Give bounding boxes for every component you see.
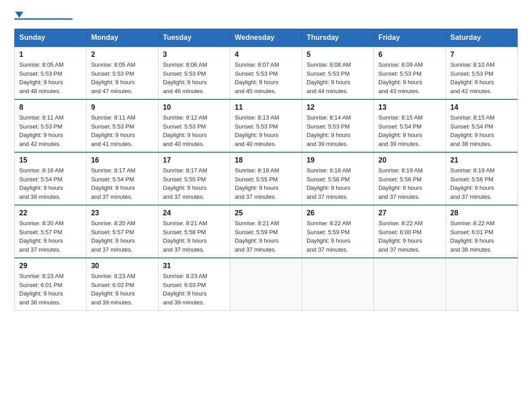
day-info: Sunrise: 8:05 AMSunset: 5:53 PMDaylight:… [91, 60, 153, 95]
day-info: Sunrise: 8:23 AMSunset: 6:02 PMDaylight:… [91, 272, 153, 307]
calendar-day-cell [446, 258, 517, 311]
day-info: Sunrise: 8:10 AMSunset: 5:53 PMDaylight:… [450, 60, 513, 95]
day-info: Sunrise: 8:15 AMSunset: 5:54 PMDaylight:… [450, 113, 513, 148]
day-info: Sunrise: 8:14 AMSunset: 5:53 PMDaylight:… [307, 113, 369, 148]
calendar-header-friday: Friday [374, 29, 446, 47]
calendar-day-cell [230, 258, 302, 311]
day-info: Sunrise: 8:15 AMSunset: 5:54 PMDaylight:… [378, 113, 441, 148]
day-number: 8 [19, 103, 82, 111]
calendar-day-cell: 10Sunrise: 8:12 AMSunset: 5:53 PMDayligh… [158, 99, 230, 152]
calendar-day-cell: 11Sunrise: 8:13 AMSunset: 5:53 PMDayligh… [230, 99, 302, 152]
calendar-week-row: 8Sunrise: 8:11 AMSunset: 5:53 PMDaylight… [15, 99, 518, 152]
day-info: Sunrise: 8:13 AMSunset: 5:53 PMDaylight:… [235, 113, 297, 148]
day-number: 5 [307, 51, 369, 59]
calendar-day-cell: 6Sunrise: 8:09 AMSunset: 5:53 PMDaylight… [374, 47, 446, 99]
day-number: 3 [163, 51, 225, 59]
calendar-day-cell: 14Sunrise: 8:15 AMSunset: 5:54 PMDayligh… [446, 99, 517, 152]
calendar-day-cell: 23Sunrise: 8:20 AMSunset: 5:57 PMDayligh… [86, 205, 158, 258]
day-info: Sunrise: 8:17 AMSunset: 5:55 PMDaylight:… [163, 166, 225, 201]
day-number: 9 [91, 103, 153, 111]
calendar-day-cell: 15Sunrise: 8:16 AMSunset: 5:54 PMDayligh… [15, 152, 86, 205]
day-number: 13 [378, 103, 441, 111]
day-info: Sunrise: 8:06 AMSunset: 5:53 PMDaylight:… [163, 60, 225, 95]
calendar-day-cell: 4Sunrise: 8:07 AMSunset: 5:53 PMDaylight… [230, 47, 302, 99]
day-number: 18 [235, 156, 297, 164]
calendar-day-cell: 22Sunrise: 8:20 AMSunset: 5:57 PMDayligh… [15, 205, 86, 258]
calendar-table: SundayMondayTuesdayWednesdayThursdayFrid… [14, 29, 518, 311]
calendar-header-thursday: Thursday [302, 29, 373, 47]
day-number: 26 [307, 209, 369, 217]
calendar-day-cell: 12Sunrise: 8:14 AMSunset: 5:53 PMDayligh… [302, 99, 373, 152]
day-info: Sunrise: 8:22 AMSunset: 5:59 PMDaylight:… [307, 219, 369, 254]
calendar-week-row: 22Sunrise: 8:20 AMSunset: 5:57 PMDayligh… [15, 205, 518, 258]
logo-triangle-icon [15, 12, 23, 18]
day-number: 2 [91, 51, 153, 59]
day-number: 14 [450, 103, 513, 111]
day-number: 20 [378, 156, 441, 164]
calendar-day-cell: 19Sunrise: 8:18 AMSunset: 5:56 PMDayligh… [302, 152, 373, 205]
calendar-day-cell [302, 258, 373, 311]
calendar-day-cell: 16Sunrise: 8:17 AMSunset: 5:54 PMDayligh… [86, 152, 158, 205]
day-info: Sunrise: 8:17 AMSunset: 5:54 PMDaylight:… [91, 166, 153, 201]
calendar-day-cell: 25Sunrise: 8:21 AMSunset: 5:59 PMDayligh… [230, 205, 302, 258]
calendar-header-row: SundayMondayTuesdayWednesdayThursdayFrid… [15, 29, 518, 47]
calendar-day-cell: 20Sunrise: 8:19 AMSunset: 5:56 PMDayligh… [374, 152, 446, 205]
day-number: 17 [163, 156, 225, 164]
calendar-header-sunday: Sunday [15, 29, 86, 47]
day-info: Sunrise: 8:05 AMSunset: 5:53 PMDaylight:… [19, 60, 82, 95]
calendar-header-monday: Monday [86, 29, 158, 47]
calendar-week-row: 15Sunrise: 8:16 AMSunset: 5:54 PMDayligh… [15, 152, 518, 205]
day-number: 12 [307, 103, 369, 111]
calendar-header-saturday: Saturday [446, 29, 517, 47]
day-number: 16 [91, 156, 153, 164]
day-info: Sunrise: 8:08 AMSunset: 5:53 PMDaylight:… [307, 60, 369, 95]
calendar-day-cell: 17Sunrise: 8:17 AMSunset: 5:55 PMDayligh… [158, 152, 230, 205]
day-number: 11 [235, 103, 297, 111]
day-number: 19 [307, 156, 369, 164]
calendar-week-row: 1Sunrise: 8:05 AMSunset: 5:53 PMDaylight… [15, 47, 518, 99]
day-info: Sunrise: 8:18 AMSunset: 5:55 PMDaylight:… [235, 166, 297, 201]
day-info: Sunrise: 8:22 AMSunset: 6:01 PMDaylight:… [450, 219, 513, 254]
day-info: Sunrise: 8:22 AMSunset: 6:00 PMDaylight:… [378, 219, 441, 254]
calendar-day-cell: 13Sunrise: 8:15 AMSunset: 5:54 PMDayligh… [374, 99, 446, 152]
calendar-day-cell: 1Sunrise: 8:05 AMSunset: 5:53 PMDaylight… [15, 47, 86, 99]
day-number: 25 [235, 209, 297, 217]
day-number: 24 [163, 209, 225, 217]
calendar-day-cell: 27Sunrise: 8:22 AMSunset: 6:00 PMDayligh… [374, 205, 446, 258]
day-info: Sunrise: 8:11 AMSunset: 5:53 PMDaylight:… [91, 113, 153, 148]
day-info: Sunrise: 8:21 AMSunset: 5:58 PMDaylight:… [163, 219, 225, 254]
page-header [14, 11, 518, 20]
day-number: 21 [450, 156, 513, 164]
day-info: Sunrise: 8:18 AMSunset: 5:56 PMDaylight:… [307, 166, 369, 201]
day-info: Sunrise: 8:09 AMSunset: 5:53 PMDaylight:… [378, 60, 441, 95]
day-number: 28 [450, 209, 513, 217]
day-number: 27 [378, 209, 441, 217]
day-number: 1 [19, 51, 82, 59]
day-info: Sunrise: 8:19 AMSunset: 5:56 PMDaylight:… [450, 166, 513, 201]
day-info: Sunrise: 8:23 AMSunset: 6:01 PMDaylight:… [19, 272, 82, 307]
calendar-day-cell: 7Sunrise: 8:10 AMSunset: 5:53 PMDaylight… [446, 47, 517, 99]
day-number: 4 [235, 51, 297, 59]
day-number: 7 [450, 51, 513, 59]
day-info: Sunrise: 8:07 AMSunset: 5:53 PMDaylight:… [235, 60, 297, 95]
calendar-day-cell: 26Sunrise: 8:22 AMSunset: 5:59 PMDayligh… [302, 205, 373, 258]
day-info: Sunrise: 8:16 AMSunset: 5:54 PMDaylight:… [19, 166, 82, 201]
day-info: Sunrise: 8:12 AMSunset: 5:53 PMDaylight:… [163, 113, 225, 148]
day-number: 6 [378, 51, 441, 59]
day-number: 10 [163, 103, 225, 111]
calendar-day-cell [374, 258, 446, 311]
day-info: Sunrise: 8:19 AMSunset: 5:56 PMDaylight:… [378, 166, 441, 201]
day-number: 31 [163, 262, 225, 270]
calendar-day-cell: 2Sunrise: 8:05 AMSunset: 5:53 PMDaylight… [86, 47, 158, 99]
day-number: 29 [19, 262, 82, 270]
calendar-day-cell: 9Sunrise: 8:11 AMSunset: 5:53 PMDaylight… [86, 99, 158, 152]
calendar-week-row: 29Sunrise: 8:23 AMSunset: 6:01 PMDayligh… [15, 258, 518, 311]
calendar-day-cell: 30Sunrise: 8:23 AMSunset: 6:02 PMDayligh… [86, 258, 158, 311]
calendar-day-cell: 21Sunrise: 8:19 AMSunset: 5:56 PMDayligh… [446, 152, 517, 205]
logo-underline [14, 18, 73, 20]
calendar-header-tuesday: Tuesday [158, 29, 230, 47]
day-number: 30 [91, 262, 153, 270]
calendar-day-cell: 29Sunrise: 8:23 AMSunset: 6:01 PMDayligh… [15, 258, 86, 311]
calendar-day-cell: 3Sunrise: 8:06 AMSunset: 5:53 PMDaylight… [158, 47, 230, 99]
calendar-day-cell: 31Sunrise: 8:23 AMSunset: 6:03 PMDayligh… [158, 258, 230, 311]
